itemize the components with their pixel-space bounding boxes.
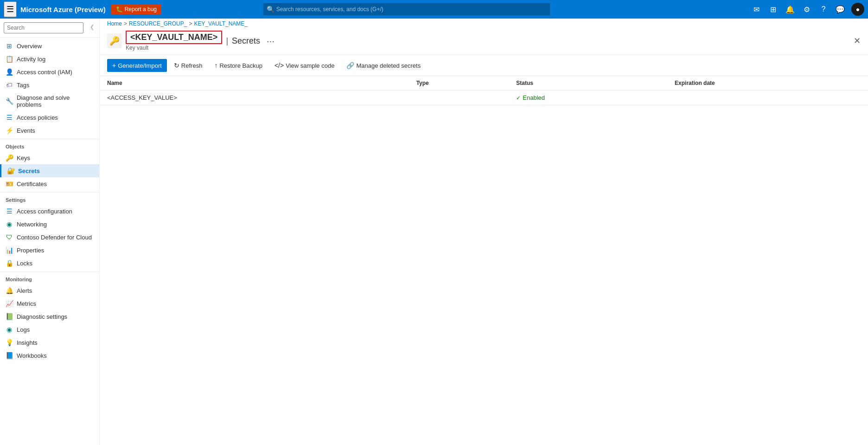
manage-icon: 🔗 (346, 62, 354, 69)
insights-icon: 💡 (6, 339, 13, 346)
breadcrumb-resource-group[interactable]: RESOURCE_GROUP_ (129, 20, 187, 27)
restore-icon: ↑ (214, 62, 217, 69)
sidebar-item-label: Networking (17, 221, 47, 228)
diagnostic-settings-icon: 📗 (6, 313, 13, 320)
col-header-expiration[interactable]: Expiration date (667, 76, 868, 90)
title-separator: | (226, 36, 228, 46)
breadcrumb-home[interactable]: Home (107, 20, 122, 27)
table-header-row: Name Type Status Expiration date (100, 76, 868, 90)
breadcrumb-key-vault[interactable]: KEY_VAULT_NAME_ (194, 20, 248, 27)
sidebar-collapse-button[interactable]: 《 (85, 23, 96, 33)
access-config-icon: ☰ (6, 207, 13, 215)
sidebar-item-label: Metrics (17, 300, 36, 307)
access-policies-icon: ☰ (6, 114, 13, 121)
sidebar-item-networking[interactable]: ◉ Networking (0, 218, 99, 231)
sidebar-item-metrics[interactable]: 📈 Metrics (0, 297, 99, 310)
sidebar-item-access-policies[interactable]: ☰ Access policies (0, 111, 99, 124)
cell-name: <ACCESS_KEY_VALUE> (100, 90, 409, 105)
secrets-icon: 🔐 (7, 167, 14, 174)
sidebar-item-logs[interactable]: ◉ Logs (0, 323, 99, 336)
sidebar-item-activity-log[interactable]: 📋 Activity log (0, 52, 99, 65)
sidebar-item-locks[interactable]: 🔒 Locks (0, 257, 99, 270)
defender-icon: 🛡 (6, 233, 13, 241)
sidebar-item-label: Activity log (17, 56, 45, 63)
sidebar-item-label: Access policies (17, 114, 58, 121)
alerts-icon: 🔔 (6, 287, 13, 294)
sidebar-item-label: Properties (17, 247, 44, 254)
workbooks-icon: 📘 (6, 352, 13, 359)
sidebar-item-label: Locks (17, 260, 32, 267)
sidebar-item-tags[interactable]: 🏷 Tags (0, 78, 99, 91)
sidebar-item-workbooks[interactable]: 📘 Workbooks (0, 349, 99, 362)
vault-name-box: <KEY_VAULT_NAME> (126, 31, 222, 44)
sidebar-item-contoso-defender[interactable]: 🛡 Contoso Defender for Cloud (0, 231, 99, 244)
sidebar-item-diagnose[interactable]: 🔧 Diagnose and solve problems (0, 91, 99, 111)
bug-icon: 🐛 (116, 6, 123, 13)
secrets-table: Name Type Status Expiration date <ACCESS… (100, 76, 868, 105)
sidebar-item-certificates[interactable]: 🎫 Certificates (0, 177, 99, 190)
generate-import-button[interactable]: + Generate/Import (107, 59, 167, 72)
tags-icon: 🏷 (6, 81, 13, 89)
settings-icon-button[interactable]: ⚙ (799, 2, 814, 17)
cell-type (409, 90, 509, 105)
secrets-table-container: Name Type Status Expiration date <ACCESS… (100, 76, 868, 445)
col-header-status[interactable]: Status (509, 76, 667, 90)
topbar-icons: ✉ ⊞ 🔔 ⚙ ? 💬 ● (749, 2, 864, 17)
sidebar-search-input[interactable] (4, 22, 83, 33)
help-icon-button[interactable]: ? (816, 2, 831, 17)
enabled-check-icon: ✓ (516, 95, 521, 101)
global-search-input[interactable] (263, 3, 550, 16)
sidebar-item-label: Tags (17, 82, 29, 89)
report-bug-button[interactable]: 🐛 Report a bug (111, 4, 161, 14)
sidebar-item-alerts[interactable]: 🔔 Alerts (0, 284, 99, 297)
directory-icon-button[interactable]: ⊞ (766, 2, 781, 17)
page-title-row: 🔑 <KEY_VAULT_NAME> Key vault | Secrets ·… (100, 29, 868, 55)
hamburger-menu-button[interactable]: ☰ (4, 1, 17, 17)
sidebar-item-secrets[interactable]: 🔐 Secrets (0, 164, 99, 177)
sidebar-item-label: Logs (17, 326, 30, 333)
main-layout: 《 ⊞ Overview 📋 Activity log 👤 Access con… (0, 19, 868, 445)
notification-icon-button[interactable]: 🔔 (783, 2, 798, 17)
sidebar-item-access-control[interactable]: 👤 Access control (IAM) (0, 65, 99, 78)
col-header-type[interactable]: Type (409, 76, 509, 90)
properties-icon: 📊 (6, 246, 13, 254)
global-search: 🔍 (263, 3, 550, 16)
sidebar-item-label: Alerts (17, 287, 32, 294)
sidebar-item-keys[interactable]: 🔑 Keys (0, 151, 99, 164)
certificates-icon: 🎫 (6, 180, 13, 187)
breadcrumb: Home > RESOURCE_GROUP_ > KEY_VAULT_NAME_ (100, 19, 868, 29)
access-control-icon: 👤 (6, 68, 13, 76)
sidebar-item-insights[interactable]: 💡 Insights (0, 336, 99, 349)
settings-section-label: Settings (0, 192, 99, 205)
toolbar: + Generate/Import ↻ Refresh ↑ Restore Ba… (100, 55, 868, 76)
objects-section-label: Objects (0, 139, 99, 151)
logs-icon: ◉ (6, 326, 13, 333)
page-close-button[interactable]: ✕ (854, 36, 861, 46)
vault-name-container: <KEY_VAULT_NAME> Key vault (126, 31, 222, 51)
sidebar-item-diagnostic-settings[interactable]: 📗 Diagnostic settings (0, 310, 99, 323)
email-icon-button[interactable]: ✉ (749, 2, 764, 17)
feedback-icon-button[interactable]: 💬 (833, 2, 848, 17)
metrics-icon: 📈 (6, 300, 13, 307)
table-row[interactable]: <ACCESS_KEY_VALUE> ✓ Enabled (100, 90, 868, 105)
manage-deleted-secrets-button[interactable]: 🔗 Manage deleted secrets (341, 59, 426, 72)
sidebar-item-label: Secrets (18, 168, 40, 174)
sidebar-item-properties[interactable]: 📊 Properties (0, 244, 99, 257)
restore-backup-button[interactable]: ↑ Restore Backup (209, 59, 268, 72)
sidebar-item-events[interactable]: ⚡ Events (0, 124, 99, 137)
view-sample-code-button[interactable]: </> View sample code (269, 59, 340, 72)
sidebar-item-overview[interactable]: ⊞ Overview (0, 39, 99, 52)
sidebar-item-label: Events (17, 127, 35, 134)
sidebar-item-access-config[interactable]: ☰ Access configuration (0, 205, 99, 218)
user-avatar[interactable]: ● (851, 3, 864, 16)
breadcrumb-sep: > (124, 20, 127, 27)
sidebar-item-label: Contoso Defender for Cloud (17, 234, 92, 241)
sidebar: 《 ⊞ Overview 📋 Activity log 👤 Access con… (0, 19, 100, 445)
page-title: Secrets (232, 36, 260, 46)
refresh-button[interactable]: ↻ Refresh (169, 59, 208, 72)
col-header-name[interactable]: Name (100, 76, 409, 90)
sidebar-item-label: Diagnose and solve problems (17, 94, 94, 108)
page-more-button[interactable]: ··· (264, 36, 277, 45)
diagnose-icon: 🔧 (6, 97, 13, 105)
resource-icon: 🔑 (107, 33, 122, 48)
